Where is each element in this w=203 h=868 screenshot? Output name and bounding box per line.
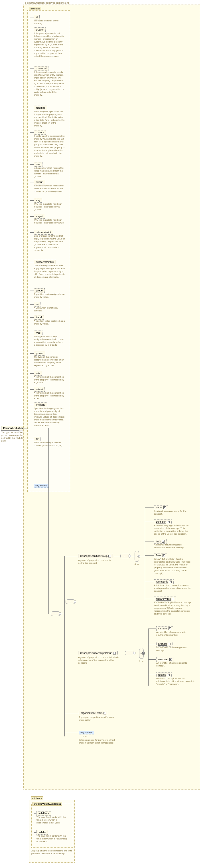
expand-icon[interactable]: − <box>138 555 140 557</box>
expand-icon[interactable]: − <box>142 652 144 654</box>
concept-definition-group[interactable]: ConceptDefinitionGroup − <box>78 554 113 558</box>
attr-label: typeuri <box>36 352 43 355</box>
attr-desc-type: The type of the concept assigned as a co… <box>34 335 65 346</box>
cdg-remoteInfo[interactable]: remoteInfo+ <box>154 580 174 584</box>
attr-how[interactable]: how <box>34 162 42 167</box>
choice-crg[interactable]: ⋮ − <box>139 648 144 659</box>
tva-grp-tab: grp timeValidityAttributes <box>33 802 62 806</box>
expand-icon[interactable]: + <box>163 554 165 557</box>
expand-icon[interactable]: + <box>162 540 165 542</box>
attr-label: qcode <box>36 289 43 292</box>
validfrom-attr[interactable]: validfrom <box>36 811 51 816</box>
expand-icon[interactable]: + <box>172 598 174 600</box>
cdg-desc: A group of properties required to define… <box>78 559 115 565</box>
attr-label: creatoruri <box>36 67 46 70</box>
sequence-compositor-inner[interactable]: ⋯ − <box>66 599 75 604</box>
cdg-note[interactable]: note+ <box>154 539 167 544</box>
attr-label: why <box>36 199 40 202</box>
attr-howuri[interactable]: howuri <box>34 180 45 184</box>
attr-pubconstraint[interactable]: pubconstraint <box>34 230 53 235</box>
attr-creatoruri[interactable]: creatoruri <box>34 66 48 71</box>
cdg-hierarchyInfo[interactable]: hierarchyInfo+ <box>154 596 176 601</box>
crg-label: broader <box>158 643 167 646</box>
seq-crg[interactable]: ⋯ − <box>125 651 135 655</box>
attr-uri[interactable]: uri <box>34 302 40 307</box>
attr-creator[interactable]: creator <box>34 27 46 32</box>
attr-xmllang[interactable]: xml:lang <box>34 402 47 407</box>
attr-id[interactable]: id <box>34 15 40 20</box>
crg-sameAs[interactable]: sameAs+ <box>156 626 173 631</box>
validfrom-desc: The date (and, optionally, the time) bef… <box>36 816 68 824</box>
attr-whyuri[interactable]: whyuri <box>34 214 45 219</box>
expand-icon[interactable]: + <box>103 712 106 714</box>
expand-icon[interactable]: − <box>113 652 116 654</box>
concept-relationships-group[interactable]: ConceptRelationshipsGroup − <box>78 651 118 655</box>
attr-typeuri[interactable]: typeuri <box>34 351 45 355</box>
expand-icon[interactable]: + <box>167 674 170 676</box>
attr-desc-typeuri: The type of the concept assigned as a co… <box>34 355 65 367</box>
attr-label: type <box>36 331 40 334</box>
expand-icon[interactable]: + <box>169 581 172 583</box>
attr-literal[interactable]: literal <box>34 315 44 320</box>
crg-label: ConceptRelationshipsGroup <box>80 652 112 654</box>
tva-desc: A group of attributes expressing the tim… <box>31 849 74 855</box>
expand-icon[interactable]: + <box>167 521 170 523</box>
attr-desc-whyuri: Why the metadata has been included - exp… <box>34 219 65 224</box>
sequence-dots-icon: ⋯ <box>69 600 72 603</box>
sequence-dots-icon: ⋯ <box>129 652 131 654</box>
expand-icon[interactable]: + <box>163 506 166 509</box>
attr-desc-custom: If set to true the corresponding propert… <box>34 135 65 158</box>
crg-desc-broader: An identifier of a more generic concept. <box>156 646 195 652</box>
expand-icon[interactable]: − <box>74 600 76 603</box>
attr-label: role <box>36 372 40 375</box>
crg-narrower[interactable]: narrower+ <box>156 657 174 662</box>
cdg-definition[interactable]: definition+ <box>154 520 172 524</box>
crg-desc: A group of properties required to indica… <box>78 656 121 664</box>
sequence-dots-icon: ⋯ <box>55 613 57 615</box>
cdg-facet[interactable]: facet+ <box>154 553 167 558</box>
expand-icon[interactable]: + <box>168 643 170 645</box>
cdg-name[interactable]: name+ <box>154 505 168 510</box>
cdg-label: ConceptDefinitionGroup <box>80 555 107 557</box>
organisation-details[interactable]: organisationDetails + <box>79 711 108 715</box>
choice-cdg[interactable]: ⋮ − <box>135 551 139 562</box>
cdg-desc-facet: In NAR 1.8 and later: facet is deprecate… <box>154 558 193 575</box>
attr-label: roleuri <box>36 388 43 391</box>
attr-desc-creatoruri: If the property value is empty, specifie… <box>34 71 65 96</box>
cdg-label: definition <box>156 520 166 524</box>
attr-modified[interactable]: modified <box>34 105 47 110</box>
crg-desc-sameAs: An identifier of a concept with equivale… <box>156 631 195 637</box>
crg-label: sameAs <box>158 627 168 630</box>
expand-icon[interactable]: + <box>169 658 172 661</box>
crg-label: related <box>158 673 166 677</box>
attr-label: custom <box>36 131 44 134</box>
cdg-label: name <box>156 506 163 509</box>
sequence-compositor-ext[interactable]: ⋯ − <box>51 611 61 616</box>
crg-broader[interactable]: broader+ <box>156 642 172 647</box>
expand-icon[interactable]: − <box>108 555 111 557</box>
cdg-desc-hierarchyInfo: Represents the position of a concept in … <box>154 601 193 615</box>
validto-attr[interactable]: validto <box>36 830 48 835</box>
attr-desc-roleuri: A refinement of the semantics of the pro… <box>34 392 65 400</box>
attr-label: uri <box>36 303 38 306</box>
attr-qcode[interactable]: qcode <box>34 288 45 293</box>
attr-pubconstrainturi[interactable]: pubconstrainturi <box>34 260 56 264</box>
attr-desc-xmllang: Specifies the language of this property … <box>34 407 65 427</box>
attr-why[interactable]: why <box>34 198 42 203</box>
attr-type[interactable]: type <box>34 331 42 335</box>
attr-label: xml:lang <box>36 403 45 406</box>
attr-dir[interactable]: dir <box>34 437 40 441</box>
attr-custom[interactable]: custom <box>34 130 46 135</box>
attr-label: how <box>36 163 40 166</box>
attr-label: whyuri <box>36 215 43 218</box>
crg-related[interactable]: related+ <box>156 673 172 677</box>
attr-role[interactable]: role <box>34 371 42 376</box>
seq-cdg[interactable]: ⋯ − <box>120 554 130 558</box>
cdg-label: facet <box>156 554 162 557</box>
attr-desc-pubconstraint: One or many constraints that apply to pu… <box>34 235 65 252</box>
attr-desc-id: The local identifier of the property. <box>34 20 65 25</box>
attr-roleuri[interactable]: roleuri <box>34 387 45 392</box>
attr-label: pubconstrainturi <box>36 260 54 264</box>
expand-icon[interactable]: + <box>169 627 171 630</box>
diagram-canvas: { "root": { "name": "PersonAffiliationTy… <box>0 0 203 868</box>
